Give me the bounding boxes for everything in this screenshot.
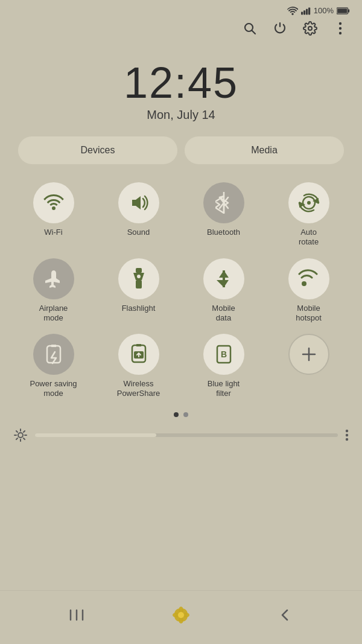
mobile-hotspot-tile-icon xyxy=(288,258,329,299)
auto-rotate-tile-icon xyxy=(288,182,329,223)
svg-line-37 xyxy=(16,438,17,439)
airplane-mode-tile-label: Airplane mode xyxy=(39,304,68,324)
page-dot-2 xyxy=(183,412,188,417)
mobile-data-tile-label: Mobile data xyxy=(212,304,235,324)
wifi-tile-icon xyxy=(33,182,74,223)
nav-back-button[interactable] xyxy=(271,601,300,630)
tile-airplane-mode[interactable]: Airplane mode xyxy=(12,255,95,327)
battery-percentage: 100% xyxy=(314,6,334,15)
svg-rect-0 xyxy=(301,11,303,14)
battery-icon xyxy=(337,7,350,14)
svg-line-35 xyxy=(16,430,17,432)
airplane-mode-tile-icon xyxy=(33,258,74,299)
page-dots xyxy=(0,412,362,417)
svg-point-9 xyxy=(308,27,312,30)
svg-rect-1 xyxy=(303,10,305,14)
tile-sound[interactable]: Sound xyxy=(97,179,180,251)
flashlight-tile-label: Flashlight xyxy=(122,304,156,313)
svg-point-39 xyxy=(346,429,348,432)
status-bar: 100% xyxy=(0,0,362,18)
time-section: 12:45 Mon, July 14 xyxy=(0,43,362,136)
sound-tile-icon xyxy=(118,182,159,223)
wifi-tile-label: Wi-Fi xyxy=(44,228,62,237)
status-icons: 100% xyxy=(287,6,350,15)
search-button[interactable] xyxy=(241,20,258,37)
power-saving-tile-label: Power saving mode xyxy=(30,379,77,399)
blue-light-filter-tile-label: Blue light filter xyxy=(208,379,240,399)
more-options-button[interactable] xyxy=(332,20,349,37)
flashlight-tile-icon xyxy=(118,258,159,299)
svg-point-41 xyxy=(346,438,348,440)
mobile-data-tile-icon xyxy=(203,258,244,299)
tile-blue-light-filter[interactable]: B Blue light filter xyxy=(182,330,265,403)
wifi-status-icon xyxy=(287,7,298,15)
nav-recents-button[interactable] xyxy=(62,601,91,630)
power-button[interactable] xyxy=(272,20,288,37)
settings-button[interactable] xyxy=(302,20,319,37)
brightness-row xyxy=(0,428,362,442)
tile-wifi[interactable]: Wi-Fi xyxy=(12,179,95,251)
brightness-icon xyxy=(13,428,28,442)
svg-line-36 xyxy=(24,438,25,439)
svg-rect-3 xyxy=(308,7,310,14)
sound-tile-label: Sound xyxy=(127,228,150,237)
quick-actions-bar xyxy=(0,18,362,43)
auto-rotate-tile-label: Auto rotate xyxy=(299,228,319,247)
svg-point-40 xyxy=(346,433,348,436)
svg-line-38 xyxy=(24,430,25,432)
tile-wireless-powershare[interactable]: Wireless PowerShare xyxy=(97,330,180,403)
tile-mobile-data[interactable]: Mobile data xyxy=(182,255,265,327)
svg-text:B: B xyxy=(220,349,226,359)
wireless-powershare-tile-label: Wireless PowerShare xyxy=(117,379,160,399)
mobile-hotspot-tile-label: Mobile hotspot xyxy=(296,304,322,324)
brightness-track[interactable] xyxy=(35,433,338,437)
bluetooth-tile-label: Bluetooth xyxy=(207,228,240,237)
svg-point-12 xyxy=(339,32,341,34)
time-display: 12:45 xyxy=(0,61,362,104)
tile-bluetooth[interactable]: Bluetooth xyxy=(182,179,265,251)
svg-point-11 xyxy=(339,27,341,30)
date-display: Mon, July 14 xyxy=(0,108,362,122)
nav-home-button[interactable] xyxy=(167,601,195,630)
brightness-more-button[interactable] xyxy=(345,429,349,441)
tile-power-saving[interactable]: Power saving mode xyxy=(12,330,95,403)
svg-rect-6 xyxy=(337,8,347,13)
add-tile-icon xyxy=(288,334,329,375)
svg-point-23 xyxy=(302,281,306,286)
page-dot-1 xyxy=(174,412,179,417)
tiles-grid: Wi-Fi Sound Bluetooth xyxy=(0,179,362,403)
svg-line-8 xyxy=(252,31,256,34)
svg-point-22 xyxy=(137,275,141,278)
tile-mobile-hotspot[interactable]: Mobile hotspot xyxy=(267,255,350,327)
power-saving-tile-icon xyxy=(33,334,74,375)
tile-flashlight[interactable]: Flashlight xyxy=(97,255,180,327)
tile-add[interactable] xyxy=(267,330,350,403)
svg-rect-18 xyxy=(136,268,142,273)
tab-row: Devices Media xyxy=(0,136,362,179)
svg-rect-2 xyxy=(306,8,308,14)
wireless-powershare-tile-icon xyxy=(118,334,159,375)
signal-status-icon xyxy=(301,7,311,15)
tab-devices[interactable]: Devices xyxy=(18,136,177,164)
bottom-nav xyxy=(0,590,362,644)
svg-marker-13 xyxy=(132,196,141,209)
svg-point-10 xyxy=(339,22,341,25)
svg-point-17 xyxy=(307,201,311,205)
svg-point-30 xyxy=(18,433,23,438)
blue-light-filter-tile-icon: B xyxy=(203,334,244,375)
svg-rect-5 xyxy=(348,9,349,12)
svg-point-53 xyxy=(178,612,184,618)
brightness-fill xyxy=(35,433,156,437)
bluetooth-tile-icon xyxy=(203,182,244,223)
tab-media[interactable]: Media xyxy=(185,136,344,164)
tile-auto-rotate[interactable]: Auto rotate xyxy=(267,179,350,251)
